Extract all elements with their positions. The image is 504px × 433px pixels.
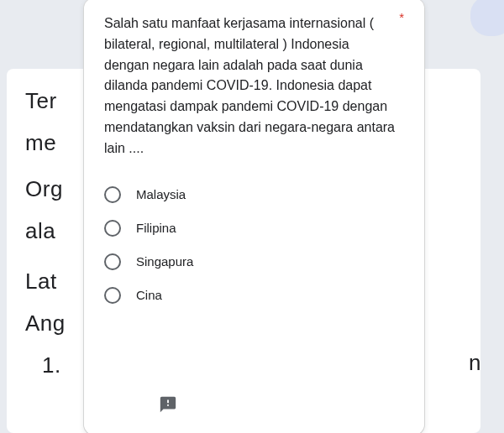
option-label: Singapura: [136, 254, 193, 269]
bg-text-fragment: Ang: [25, 310, 66, 336]
bg-text-fragment: Lat: [25, 269, 57, 295]
radio-option-cina[interactable]: Cina: [104, 279, 404, 312]
required-marker: *: [399, 10, 404, 24]
decorative-pill: [470, 0, 504, 36]
radio-icon: [104, 220, 121, 237]
option-label: Filipina: [136, 221, 176, 235]
bg-text-fragment: Org: [25, 176, 63, 202]
bg-text-fragment: Ter: [25, 88, 57, 114]
bg-text-fragment: me: [25, 130, 56, 156]
exclaim-chat-icon: [159, 395, 177, 414]
radio-icon: [104, 287, 121, 304]
radio-option-malaysia[interactable]: Malaysia: [104, 178, 404, 211]
radio-icon: [104, 186, 121, 203]
option-label: Cina: [136, 288, 162, 302]
option-label: Malaysia: [136, 187, 186, 201]
radio-option-filipina[interactable]: Filipina: [104, 211, 404, 245]
bg-text-fragment: 1.: [42, 352, 61, 378]
radio-icon: [104, 253, 121, 270]
question-text: Salah satu manfaat kerjasama internasion…: [104, 13, 404, 159]
radio-option-singapura[interactable]: Singapura: [104, 245, 404, 279]
question-card: * Salah satu manfaat kerjasama internasi…: [84, 0, 424, 433]
bg-text-fragment: n: [469, 350, 480, 376]
bg-text-fragment: ala: [25, 218, 55, 244]
report-issue-button[interactable]: [158, 394, 178, 415]
